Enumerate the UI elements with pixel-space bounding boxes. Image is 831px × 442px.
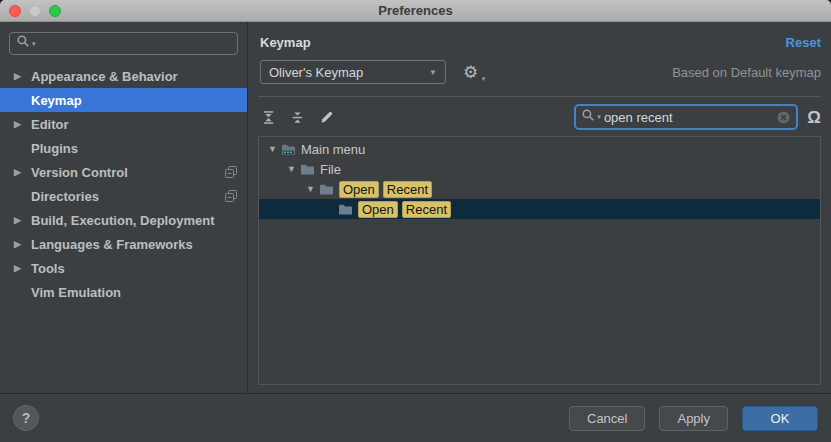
sidebar-item-version-control[interactable]: ▶Version Control (0, 160, 247, 184)
expand-arrow-icon[interactable]: ▶ (14, 167, 31, 177)
reset-link[interactable]: Reset (786, 35, 821, 50)
expand-all-icon[interactable] (260, 109, 276, 125)
gear-icon[interactable]: ⚙▾ (463, 64, 478, 81)
gear-caret-icon: ▾ (482, 75, 486, 82)
tree-row-file[interactable]: ▼File (259, 159, 820, 179)
settings-sidebar: ▾ ▶Appearance & BehaviorKeymap▶EditorPlu… (0, 22, 248, 393)
tree-row-label: Main menu (301, 142, 365, 157)
dialog-footer: ? Cancel Apply OK (0, 393, 831, 442)
keymap-select[interactable]: Oliver's Keymap ▼ (260, 60, 446, 84)
search-match-highlight: Open (339, 181, 379, 198)
expand-arrow-icon[interactable]: ▶ (14, 71, 31, 81)
expand-arrow-icon[interactable]: ▶ (14, 119, 31, 129)
sidebar-item-label: Vim Emulation (31, 285, 121, 300)
per-project-settings-icon (225, 166, 237, 178)
search-icon (581, 108, 596, 127)
expand-arrow-icon[interactable]: ▶ (14, 215, 31, 225)
expand-arrow-icon[interactable]: ▶ (14, 239, 31, 249)
sidebar-search-input[interactable]: ▾ (9, 32, 238, 55)
apply-button[interactable]: Apply (659, 406, 728, 431)
sidebar-item-label: Build, Execution, Deployment (31, 213, 214, 228)
sidebar-item-languages-frameworks[interactable]: ▶Languages & Frameworks (0, 232, 247, 256)
per-project-settings-icon (225, 190, 237, 202)
window-title: Preferences (378, 3, 452, 18)
tree-row-label: OpenRecent (339, 181, 436, 198)
find-actions-by-shortcut-icon[interactable]: Ω (807, 109, 821, 126)
sidebar-item-build-execution-deployment[interactable]: ▶Build, Execution, Deployment (0, 208, 247, 232)
sidebar-item-label: Tools (31, 261, 65, 276)
clear-icon[interactable] (776, 110, 791, 125)
sidebar-item-appearance-behavior[interactable]: ▶Appearance & Behavior (0, 64, 247, 88)
sidebar-item-vim-emulation[interactable]: Vim Emulation (0, 280, 247, 304)
action-search-input[interactable] (601, 110, 776, 125)
cancel-button[interactable]: Cancel (569, 406, 645, 431)
tree-row-open-recent[interactable]: ▼OpenRecent (259, 179, 820, 199)
based-on-label: Based on Default keymap (672, 65, 821, 80)
chevron-down-icon: ▼ (429, 68, 437, 77)
sidebar-item-directories[interactable]: Directories (0, 184, 247, 208)
sidebar-item-label: Directories (31, 189, 99, 204)
search-match-highlight: Recent (383, 181, 432, 198)
tree-expand-arrow-icon[interactable]: ▼ (265, 144, 280, 154)
sidebar-item-label: Appearance & Behavior (31, 69, 178, 84)
edit-shortcut-icon[interactable] (318, 109, 334, 125)
folder-icon (319, 183, 334, 196)
minimize-button[interactable] (29, 5, 41, 17)
search-icon (16, 34, 31, 53)
ok-button[interactable]: OK (742, 406, 818, 431)
folder-icon (338, 203, 353, 216)
tree-row-open-recent[interactable]: OpenRecent (259, 199, 820, 219)
sidebar-item-plugins[interactable]: Plugins (0, 136, 247, 160)
sidebar-item-tools[interactable]: ▶Tools (0, 256, 247, 280)
sidebar-item-label: Keymap (31, 93, 82, 108)
traffic-lights (9, 0, 61, 21)
sidebar-item-label: Languages & Frameworks (31, 237, 193, 252)
sidebar-item-label: Version Control (31, 165, 128, 180)
page-title: Keymap (260, 35, 311, 50)
tree-row-label: File (320, 162, 341, 177)
sidebar-item-label: Plugins (31, 141, 78, 156)
keymap-select-value: Oliver's Keymap (269, 65, 363, 80)
main-menu-icon (281, 143, 296, 156)
settings-category-list: ▶Appearance & BehaviorKeymap▶EditorPlugi… (0, 64, 247, 304)
collapse-all-icon[interactable] (289, 109, 305, 125)
sidebar-item-editor[interactable]: ▶Editor (0, 112, 247, 136)
sidebar-item-keymap[interactable]: Keymap (0, 88, 247, 112)
action-search-field[interactable]: ▾ (574, 104, 798, 130)
titlebar: Preferences (0, 0, 831, 22)
tree-expand-arrow-icon[interactable]: ▼ (284, 164, 299, 174)
tree-row-label: OpenRecent (358, 201, 455, 218)
preferences-window: Preferences ▾ ▶Appearance & BehaviorKeym… (0, 0, 831, 442)
folder-icon (300, 163, 315, 176)
search-match-highlight: Open (358, 201, 398, 218)
sidebar-item-label: Editor (31, 117, 69, 132)
search-match-highlight: Recent (402, 201, 451, 218)
expand-arrow-icon[interactable]: ▶ (14, 263, 31, 273)
keymap-action-tree: ▼Main menu▼File▼OpenRecentOpenRecent (258, 136, 821, 385)
keymap-settings-panel: Keymap Reset Oliver's Keymap ▼ ⚙▾ Based … (248, 22, 831, 393)
help-button[interactable]: ? (13, 405, 39, 431)
tree-expand-arrow-icon[interactable]: ▼ (303, 184, 318, 194)
search-options-caret-icon: ▾ (32, 40, 36, 48)
close-button[interactable] (9, 5, 21, 17)
zoom-button[interactable] (49, 5, 61, 17)
tree-row-main-menu[interactable]: ▼Main menu (259, 139, 820, 159)
header-separator (258, 96, 821, 97)
